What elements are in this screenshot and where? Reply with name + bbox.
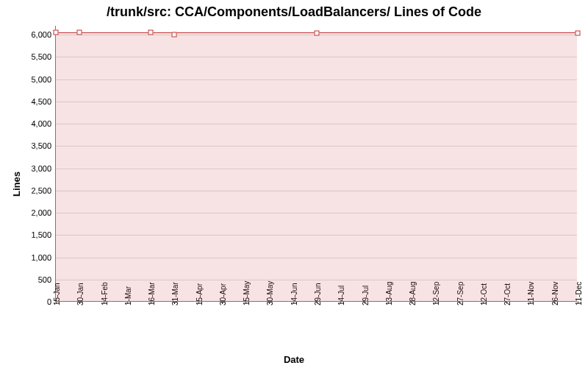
- y-tick-label: 4,500: [31, 97, 56, 106]
- y-tick-label: 2,000: [31, 208, 56, 217]
- x-axis-label: Date: [0, 354, 588, 365]
- data-point-marker: [172, 32, 177, 38]
- data-point-marker: [148, 30, 154, 35]
- data-point-marker: [315, 31, 320, 36]
- data-point-marker: [576, 31, 581, 36]
- y-axis-label: Lines: [11, 171, 22, 197]
- data-point-marker: [54, 30, 59, 35]
- plot-area: 05001,0001,5002,0002,5003,0003,5004,0004…: [55, 26, 577, 302]
- data-point-marker: [77, 30, 82, 35]
- y-tick-label: 6,000: [31, 30, 56, 39]
- y-tick-label: 2,500: [31, 186, 56, 195]
- y-tick-label: 5,000: [31, 75, 56, 84]
- y-tick-label: 3,000: [31, 164, 56, 173]
- chart-container: /trunk/src: CCA/Components/LoadBalancers…: [0, 0, 588, 368]
- y-tick-label: 3,500: [31, 141, 56, 150]
- y-tick-label: 5,500: [31, 52, 56, 61]
- chart-title: /trunk/src: CCA/Components/LoadBalancers…: [0, 4, 588, 20]
- y-tick-label: 1,500: [31, 230, 56, 239]
- y-tick-label: 1,000: [31, 253, 56, 262]
- y-tick-label: 4,000: [31, 119, 56, 128]
- data-series-area: [56, 32, 577, 301]
